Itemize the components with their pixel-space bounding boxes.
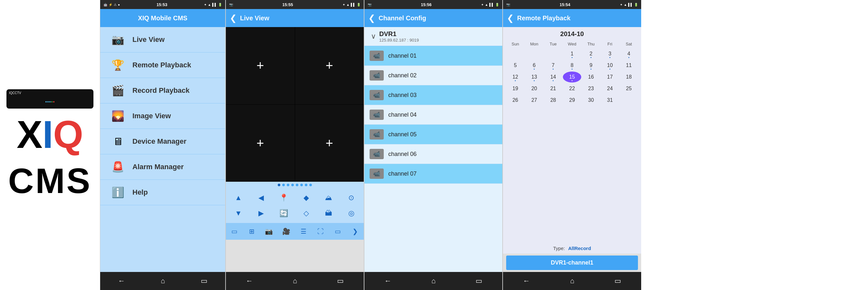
channel-item-4[interactable]: 📹 channel 04 [364,105,502,125]
lv-back-nav-btn[interactable]: ← [246,277,253,285]
pb-home-nav-btn[interactable]: ⌂ [570,277,574,285]
live-cell-2[interactable]: + [295,27,364,104]
playback-header: ❮ Remote Playback [503,9,641,27]
zoom-in-btn[interactable]: ⛰ [321,191,336,205]
focus-out-btn[interactable]: ◎ [344,206,358,220]
menu-item-image-view[interactable]: 🌄 Image View [100,103,225,129]
cal-day-29[interactable]: 29 [563,95,581,106]
cal-day-6[interactable]: 6 [525,60,544,71]
cal-day-4[interactable]: 4 [620,49,638,59]
channel-item-3[interactable]: 📹 channel 03 [364,86,502,105]
menu-item-live-view[interactable]: 📷 Live View [100,27,225,53]
live-cell-1[interactable]: + [226,27,295,104]
location-btn[interactable]: 📍 [276,191,290,205]
cal-day-8[interactable]: 8 [563,60,581,71]
cal-day-19[interactable]: 19 [506,83,525,94]
cal-day-9[interactable]: 9 [582,60,600,71]
split-4-btn[interactable]: ⊞ [245,225,258,238]
cal-day-23[interactable]: 23 [582,83,600,94]
cal-day-12[interactable]: 12 [506,71,525,83]
ptz-up-btn[interactable]: ▲ [231,191,246,205]
channel-item-2[interactable]: 📹 channel 02 [364,66,502,86]
menu-item-remote-playback[interactable]: 🏆 Remote Playback [100,53,225,78]
channel-back-btn[interactable]: ❮ [368,13,375,23]
cal-day-26[interactable]: 26 [506,95,525,106]
ptz-left-btn[interactable]: ◀ [254,191,268,205]
menu-icon-help: ℹ️ [110,184,126,200]
next-btn[interactable]: ❯ [349,225,362,238]
cal-day-10[interactable]: 10 [601,60,619,71]
speed-btn[interactable]: 🔄 [276,206,290,220]
logo-q: Q [53,113,83,156]
menu-phone: 🤖 ⚡ ⚠ ● 15:53 ✦ ▲ ▌▌ 🔋 XIQ Mobile CMS 📷 … [100,0,225,290]
channel-item-1[interactable]: 📹 channel 01 [364,46,502,66]
cal-header-Wed: Wed [563,40,581,48]
pb-recent-nav-btn[interactable]: ▭ [614,277,621,285]
cal-day-25[interactable]: 25 [620,83,638,94]
ch-back-nav-btn[interactable]: ← [384,277,392,285]
cam-icon-6: 📹 [370,149,384,159]
iris-btn[interactable]: ◆ [299,191,313,205]
cal-day-17[interactable]: 17 [601,71,619,83]
fullscreen-btn[interactable]: ⛶ [314,225,327,238]
cal-day-13[interactable]: 13 [525,71,544,83]
playback-status-time: 15:54 [560,2,570,7]
cal-day-15[interactable]: 15 [563,71,581,83]
cal-day-5[interactable]: 5 [506,60,525,71]
menu-item-device-manager[interactable]: 🖥 Device Manager [100,129,225,154]
pb-back-nav-btn[interactable]: ← [523,277,530,285]
cal-empty [525,49,544,59]
logo-x: X [17,113,42,156]
more-btn[interactable]: ▭ [332,225,344,238]
menu-item-alarm-manager[interactable]: 🚨 Alarm Manager [100,154,225,180]
cal-day-27[interactable]: 27 [525,95,544,106]
menu-icon-record-playback: 🎬 [110,83,126,99]
cal-day-1[interactable]: 1 [563,49,581,59]
iris-close-btn[interactable]: ◇ [299,206,313,220]
channel-item-7[interactable]: 📹 channel 07 [364,164,502,184]
cal-day-2[interactable]: 2 [582,49,600,59]
cal-day-16[interactable]: 16 [582,71,600,83]
recent-nav-btn[interactable]: ▭ [201,277,208,285]
playback-back-btn[interactable]: ❮ [507,13,514,23]
cal-day-3[interactable]: 3 [601,49,619,59]
back-nav-btn[interactable]: ← [118,277,125,285]
playback-channel-btn[interactable]: DVR1-channel1 [506,256,638,270]
snapshot-btn[interactable]: 📷 [262,225,276,238]
cal-day-18[interactable]: 18 [620,71,638,83]
record-btn[interactable]: 🎥 [280,225,292,238]
cal-day-11[interactable]: 11 [620,60,638,71]
cal-day-30[interactable]: 30 [582,95,600,106]
menu-item-help[interactable]: ℹ️ Help [100,180,225,205]
live-cell-4[interactable]: + [295,105,364,182]
cal-day-7[interactable]: 7 [544,60,562,71]
focus-btn[interactable]: ⊙ [344,191,358,205]
live-cell-3[interactable]: + [226,105,295,182]
lv-home-nav-btn[interactable]: ⌂ [293,277,297,285]
lv-bluetooth-icon: ✦ [342,3,345,6]
ptz-down-btn[interactable]: ▼ [231,206,246,220]
cal-day-21[interactable]: 21 [544,83,562,94]
chevron-down-icon[interactable]: ∨ [371,32,376,41]
split-1-btn[interactable]: ▭ [228,225,241,238]
lv-recent-nav-btn[interactable]: ▭ [337,277,344,285]
cal-day-31[interactable]: 31 [601,95,619,106]
wifi-icon: ▲ [208,3,211,6]
ch-bluetooth-icon: ✦ [481,3,484,6]
menu-item-record-playback[interactable]: 🎬 Record Playback [100,78,225,103]
list-btn[interactable]: ☰ [297,225,310,238]
ch-recent-nav-btn[interactable]: ▭ [475,277,482,285]
cal-day-22[interactable]: 22 [563,83,581,94]
liveview-back-btn[interactable]: ❮ [230,13,237,23]
ptz-right-btn[interactable]: ▶ [254,206,268,220]
channel-name-4: channel 04 [388,111,416,118]
channel-item-5[interactable]: 📹 channel 05 [364,125,502,144]
cal-day-20[interactable]: 20 [525,83,544,94]
zoom-out-btn[interactable]: 🏔 [321,206,336,220]
cal-day-14[interactable]: 14 [544,71,562,83]
cal-day-24[interactable]: 24 [601,83,619,94]
home-nav-btn[interactable]: ⌂ [161,277,165,285]
cal-day-28[interactable]: 28 [544,95,562,106]
ch-home-nav-btn[interactable]: ⌂ [431,277,436,285]
channel-item-6[interactable]: 📹 channel 06 [364,144,502,164]
